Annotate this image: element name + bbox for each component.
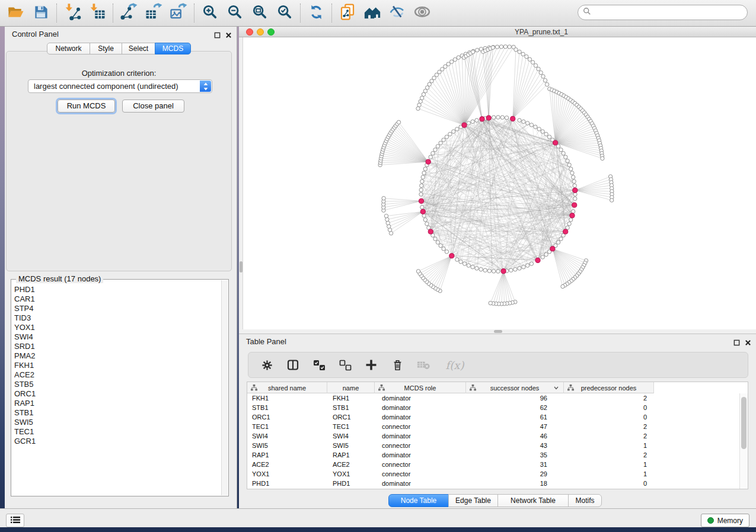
table-row[interactable]: SWI4SWI4dominator462 [247, 431, 739, 441]
table-cell[interactable]: TEC1 [327, 423, 375, 430]
mcds-list-scrollbar[interactable] [221, 280, 228, 495]
table-row[interactable]: STB1STB1dominator620 [247, 403, 739, 412]
minimize-window-light[interactable] [257, 28, 264, 36]
tab-edge-table[interactable]: Edge Table [448, 494, 498, 507]
float-panel-icon[interactable] [214, 30, 221, 41]
table-cell[interactable]: dominator [375, 451, 466, 459]
preferred-layout-button[interactable] [360, 2, 385, 24]
table-cell[interactable]: FKH1 [247, 395, 327, 402]
network-graph[interactable] [243, 37, 756, 329]
log-console-button[interactable] [6, 514, 24, 527]
search-input[interactable] [594, 8, 747, 17]
table-cell[interactable]: connector [375, 423, 466, 430]
tab-motifs[interactable]: Motifs [568, 494, 602, 507]
table-cell[interactable]: 62 [466, 404, 564, 411]
tab-select[interactable]: Select [122, 43, 155, 55]
table-row[interactable]: RAP1RAP1dominator352 [247, 450, 739, 460]
clone-network-button[interactable] [335, 2, 360, 24]
table-cell[interactable]: connector [375, 461, 466, 468]
table-row[interactable]: TEC1TEC1connector472 [247, 422, 739, 431]
table-row[interactable]: SWI5SWI5connector431 [247, 441, 739, 450]
table-row[interactable]: PHD1PHD1dominator180 [247, 479, 739, 488]
close-window-light[interactable] [246, 28, 253, 36]
table-cell[interactable]: ORC1 [247, 414, 327, 421]
export-image-button[interactable] [166, 2, 191, 24]
table-cell[interactable]: 0 [564, 480, 654, 487]
tab-style[interactable]: Style [90, 43, 122, 55]
column-header-shared-name[interactable]: shared name [247, 382, 327, 393]
table-cell[interactable]: 1 [564, 461, 654, 468]
table-cell[interactable]: SWI4 [247, 432, 327, 440]
mcds-result-item[interactable]: STP4 [14, 304, 220, 313]
table-cell[interactable]: 43 [466, 442, 564, 449]
show-hidden-button[interactable] [410, 2, 435, 24]
table-cell[interactable]: 61 [466, 414, 564, 421]
table-cell[interactable]: dominator [375, 395, 466, 402]
mcds-result-item[interactable]: SWI5 [14, 418, 220, 427]
mcds-result-item[interactable]: ACE2 [14, 370, 220, 380]
table-cell[interactable]: RAP1 [327, 451, 375, 459]
table-cell[interactable]: 2 [564, 451, 654, 459]
close-panel-icon[interactable] [745, 338, 751, 348]
table-cell[interactable]: connector [375, 442, 466, 449]
open-file-button[interactable] [4, 2, 28, 24]
table-cell[interactable]: dominator [375, 404, 466, 411]
mcds-result-item[interactable]: RAP1 [14, 399, 220, 408]
mcds-result-item[interactable]: STB1 [14, 408, 220, 418]
column-header-MCDS-role[interactable]: MCDS role [375, 382, 466, 393]
table-cell[interactable]: YOX1 [247, 470, 327, 477]
table-cell[interactable]: dominator [375, 414, 466, 421]
table-cell[interactable]: FKH1 [327, 395, 375, 402]
save-session-button[interactable] [28, 2, 53, 24]
table-cell[interactable]: 0 [564, 414, 654, 421]
table-cell[interactable]: dominator [375, 432, 466, 440]
float-panel-icon[interactable] [733, 338, 740, 348]
import-network-button[interactable] [60, 2, 85, 24]
table-cell[interactable]: 1 [564, 442, 654, 449]
table-settings-button[interactable] [259, 357, 275, 373]
mcds-result-item[interactable]: CAR1 [14, 294, 220, 304]
show-columns-button[interactable] [285, 357, 301, 373]
zoom-window-light[interactable] [267, 28, 275, 36]
tab-network[interactable]: Network [47, 43, 90, 55]
table-cell[interactable]: 18 [466, 480, 564, 487]
mcds-result-list[interactable]: PHD1CAR1STP4TID3YOX1SWI4SRD1PMA2FKH1ACE2… [14, 285, 220, 493]
select-all-button[interactable] [311, 357, 327, 373]
run-mcds-button[interactable]: Run MCDS [58, 100, 115, 113]
table-row[interactable]: FKH1FKH1dominator962 [247, 393, 739, 403]
mcds-result-item[interactable]: PHD1 [14, 285, 220, 294]
table-row[interactable]: ACE2ACE2connector311 [247, 460, 739, 469]
table-cell[interactable]: 2 [564, 423, 654, 430]
table-row[interactable]: YOX1YOX1connector291 [247, 469, 739, 479]
network-vertical-scrollbar[interactable] [239, 37, 243, 329]
table-cell[interactable]: connector [375, 470, 466, 477]
table-cell[interactable]: 47 [466, 423, 564, 430]
table-cell[interactable]: 31 [466, 461, 564, 468]
add-row-button[interactable] [363, 357, 379, 373]
table-cell[interactable]: 96 [466, 395, 564, 402]
refresh-button[interactable] [304, 2, 328, 24]
mcds-result-item[interactable]: TEC1 [14, 427, 220, 437]
mcds-result-item[interactable]: SRD1 [14, 342, 220, 351]
table-cell[interactable]: ACE2 [327, 461, 375, 468]
table-cell[interactable]: YOX1 [327, 470, 375, 477]
network-canvas[interactable] [243, 37, 756, 329]
network-horizontal-scrollbar[interactable] [239, 329, 756, 334]
memory-button[interactable]: Memory [701, 514, 749, 527]
delete-table-button[interactable] [416, 357, 431, 373]
unselect-all-button[interactable] [337, 357, 353, 373]
export-table-button[interactable] [141, 2, 166, 24]
hide-selected-button[interactable] [385, 2, 410, 24]
table-cell[interactable]: RAP1 [247, 451, 327, 459]
table-cell[interactable]: 29 [466, 470, 564, 477]
mcds-result-item[interactable]: FKH1 [14, 361, 220, 370]
mcds-result-item[interactable]: PMA2 [14, 351, 220, 361]
table-cell[interactable]: PHD1 [327, 480, 375, 487]
mcds-result-item[interactable]: STB5 [14, 380, 220, 389]
function-builder-button[interactable]: f(x) [442, 357, 468, 373]
column-header-name[interactable]: name [327, 382, 375, 393]
table-cell[interactable]: 46 [466, 432, 564, 440]
column-header-successor-nodes[interactable]: successor nodes [466, 382, 564, 393]
table-row[interactable]: ORC1ORC1dominator610 [247, 412, 739, 422]
close-panel-button[interactable]: Close panel [122, 100, 184, 113]
